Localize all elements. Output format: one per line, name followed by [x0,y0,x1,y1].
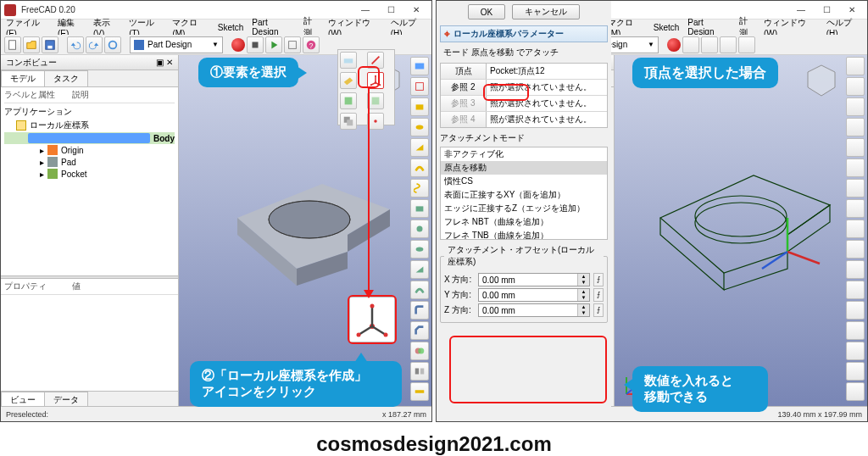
refresh-button[interactable] [104,36,121,53]
svg-point-3 [109,41,117,48]
tool-subshapebinder-icon[interactable] [367,92,384,109]
tab-view[interactable]: ビュー [1,392,45,406]
offset-z-input[interactable]: 0.00 mm▲▼ [478,303,590,317]
menu-sketch[interactable]: Sketch [654,23,680,32]
tool-boolean-icon[interactable] [410,342,429,360]
tree-body[interactable]: Body [4,132,175,144]
tool-revolve-icon[interactable] [410,118,429,136]
undo-button[interactable] [67,36,84,53]
expr-button[interactable]: ⨍ [593,273,604,286]
offset-x-input[interactable]: 0.00 mm▲▼ [478,273,590,286]
tool-loft-icon[interactable] [410,138,429,157]
macro-stop-button[interactable] [247,36,264,53]
right-toolbar [845,57,865,404]
task-section-header[interactable]: ⌖ローカル座標系パラメーター [440,25,608,42]
tool-clone-icon[interactable] [340,113,357,130]
tool-chamfer-icon[interactable] [410,321,429,340]
tool-body-icon[interactable] [410,57,429,75]
chevron-down-icon: ▼ [648,41,654,48]
svg-rect-40 [345,97,353,105]
macro-edit-button[interactable] [720,36,737,53]
menu-partdesign[interactable]: Part Design [687,18,730,36]
macro-edit-button[interactable] [284,36,301,53]
tool-pocket-icon[interactable] [410,199,429,218]
combo-view: コンボビュー▣ ✕ モデル タスク ラベルと属性説明 アプリケーション ローカル… [1,55,179,406]
workbench-selector[interactable]: Part Design ▼ [130,36,223,53]
tool-helix-icon[interactable] [410,179,429,197]
tab-data[interactable]: データ [44,392,88,406]
tab-model[interactable]: モデル [1,70,45,86]
model-wireframe [635,150,847,311]
workbench-icon [134,40,144,50]
ref1-value[interactable]: Pocket:頂点12 [487,64,607,79]
menu-partdesign[interactable]: Part Design [252,18,294,36]
svg-text:?: ? [309,41,314,49]
cancel-button[interactable]: キャンセル [512,4,580,19]
expr-button[interactable]: ⨍ [593,303,604,317]
svg-rect-30 [344,58,353,63]
tool-mapsketch-icon[interactable] [340,52,357,69]
tree-pocket[interactable]: ▸Pocket [4,168,175,180]
tool-mirror-icon[interactable] [410,362,429,381]
tool-shapebinder-icon[interactable] [340,92,357,109]
ok-button[interactable]: OK [468,4,505,19]
tool-fillet-icon[interactable] [410,301,429,320]
offset-y-input[interactable]: 0.00 mm▲▼ [478,288,590,302]
svg-point-38 [370,84,372,86]
whatsthis-button[interactable] [738,36,755,53]
whatsthis-button[interactable]: ? [303,36,320,53]
tool-plane-icon[interactable] [340,72,357,89]
svg-point-51 [384,333,388,337]
macro-record-button[interactable] [231,38,245,52]
tool-line-icon[interactable] [367,52,384,69]
ref2-button[interactable]: 参照 2 [441,80,487,95]
attachment-mode-label: アタッチメントモード [440,131,608,144]
floating-toolbar[interactable] [337,49,395,125]
close-button[interactable]: ✕ [404,3,428,18]
open-button[interactable] [23,36,40,53]
tool-point-icon[interactable] [367,113,384,130]
new-doc-button[interactable] [4,36,21,53]
svg-rect-29 [415,390,425,393]
macro-stop-button[interactable] [682,36,699,53]
tool-subsweep-icon[interactable] [410,281,429,299]
3d-viewport[interactable] [615,55,867,406]
macro-play-button[interactable] [265,36,282,53]
tool-groove-icon[interactable] [410,240,429,259]
tree-pad[interactable]: ▸Pad [4,156,175,168]
menu-sketch[interactable]: Sketch [218,23,244,32]
tool-measure-icon[interactable] [410,382,429,401]
tool-subloft-icon[interactable] [410,260,429,279]
macro-play-button[interactable] [701,36,718,53]
panel-menu-icon[interactable]: ▣ ✕ [156,58,173,67]
cs-icon: ⌖ [444,28,450,40]
svg-rect-20 [416,104,424,109]
tree-doc[interactable]: ローカル座標系 [4,119,175,132]
tool-hole-icon[interactable] [410,220,429,238]
tab-task[interactable]: タスク [44,70,88,86]
nav-cube[interactable] [803,62,840,99]
maximize-button[interactable]: ☐ [815,3,838,18]
workbench-label: Part Design [147,40,192,49]
expr-button[interactable]: ⨍ [593,288,604,302]
ref1-button[interactable]: 頂点 [441,64,487,79]
tool-pad-icon[interactable] [410,97,429,116]
close-button[interactable]: ✕ [840,3,864,18]
save-button[interactable] [42,36,58,53]
svg-point-58 [695,203,787,243]
svg-point-23 [417,226,423,232]
tree-origin[interactable]: ▸Origin [4,144,175,156]
maximize-button[interactable]: ☐ [379,3,403,18]
tool-sweep-icon[interactable] [410,158,429,177]
svg-point-57 [695,196,787,236]
create-local-cs-button[interactable] [367,72,384,89]
macro-record-button[interactable] [667,38,681,52]
model-tree[interactable]: ラベルと属性説明 アプリケーション ローカル座標系 Body ▸Origin ▸… [1,87,178,275]
tool-sketch-icon[interactable] [410,77,429,96]
attachment-mode-list[interactable]: 非アクティブ化 原点を移動 慣性CS 表面に正接するXY（面を追加） エッジに正… [440,147,608,240]
ref2-value[interactable]: 照が選択されていません。 [487,80,607,95]
minimize-button[interactable]: — [789,3,813,18]
redo-button[interactable] [86,36,103,53]
minimize-button[interactable]: — [353,3,377,18]
app-icon [4,4,16,16]
